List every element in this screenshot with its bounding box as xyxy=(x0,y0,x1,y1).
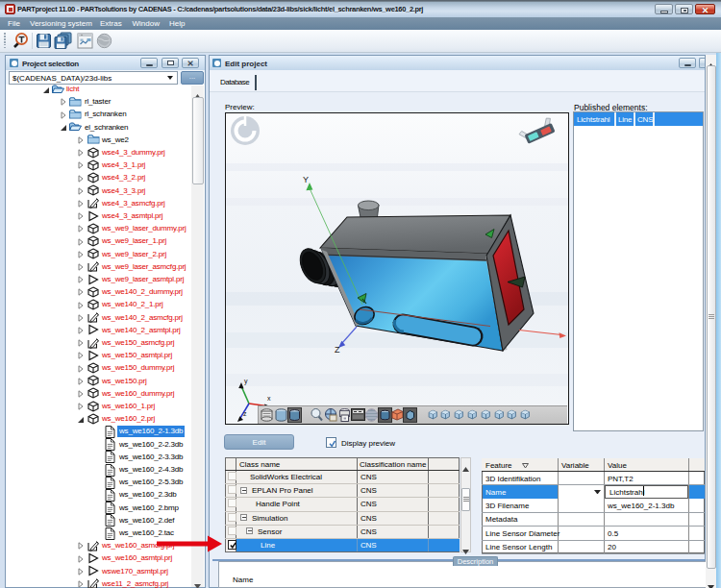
svg-text:Z: Z xyxy=(335,345,340,355)
svg-text:Y: Y xyxy=(303,175,309,184)
svg-text:x: x xyxy=(267,395,271,402)
svg-text:y: y xyxy=(244,378,248,385)
svg-text:z: z xyxy=(243,410,247,417)
